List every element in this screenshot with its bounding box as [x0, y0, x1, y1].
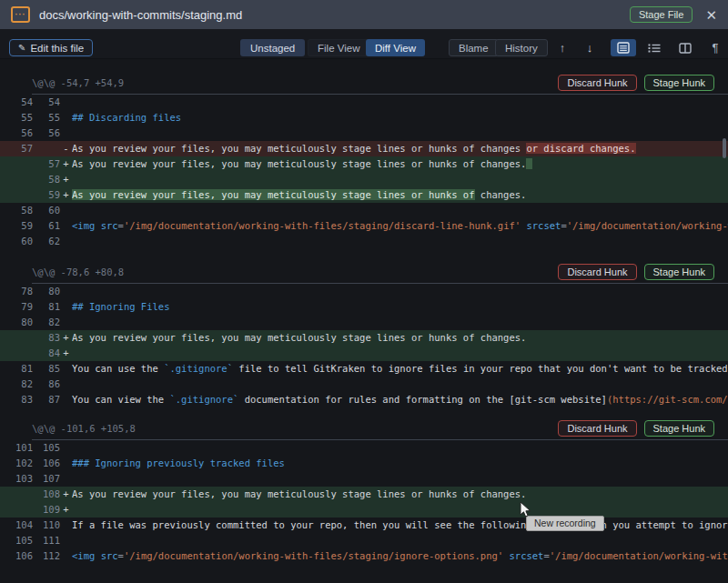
diff-row-context: 5656	[0, 126, 728, 141]
diff-row-context: 7880	[0, 284, 728, 299]
diff-marker	[60, 299, 72, 315]
diff-marker	[60, 203, 72, 218]
diff-hunk: \@\@ -78,6 +80,8Discard HunkStage Hunk78…	[0, 260, 728, 407]
previous-hunk-arrow-icon[interactable]: ↑	[551, 39, 573, 56]
edit-this-file-label: Edit this file	[30, 43, 84, 54]
diff-marker: +	[60, 330, 72, 346]
new-recording-tooltip: New recording	[526, 516, 604, 531]
hunk-range-label: \@\@ -54,7 +54,9	[32, 77, 124, 88]
new-line-number: 57	[33, 156, 60, 172]
old-line-number: 101	[0, 440, 33, 456]
list-view-icon[interactable]	[642, 39, 667, 56]
titlebar-actions: Stage File ✕	[630, 6, 717, 23]
code-line: ## Discarding files	[72, 110, 728, 126]
code-line	[72, 440, 728, 456]
diff-row-added[interactable]: 109+	[0, 502, 728, 518]
new-line-number: 85	[33, 361, 60, 377]
discard-hunk-button[interactable]: Discard Hunk	[558, 420, 636, 437]
new-line-number: 109	[33, 502, 60, 518]
old-line-number	[0, 172, 33, 187]
old-line-number: 83	[0, 392, 33, 407]
diff-marker	[60, 284, 72, 299]
code-line	[72, 172, 728, 187]
edit-this-file-button[interactable]: ✎ Edit this file	[9, 39, 93, 56]
code-line: ### Ignoring previously tracked files	[72, 456, 728, 471]
diff-marker	[60, 440, 72, 456]
code-line	[72, 346, 728, 361]
diff-row-context: 8082	[0, 315, 728, 330]
code-line: You can use the `.gitignore` file to tel…	[72, 361, 728, 377]
split-view-icon[interactable]	[672, 39, 698, 56]
code-line: You can view the `.gitignore` documentat…	[72, 392, 728, 407]
old-line-number: 55	[0, 110, 33, 126]
diff-row-added[interactable]: 83+As you review your files, you may met…	[0, 330, 728, 346]
diff-marker: +	[60, 346, 72, 361]
new-line-number: 108	[33, 487, 60, 502]
diff-row-added[interactable]: 108+As you review your files, you may me…	[0, 487, 728, 502]
new-line-number: 112	[33, 548, 60, 564]
tab-diff-view[interactable]: Diff View	[366, 39, 425, 56]
diff-hunk: \@\@ -101,6 +105,8Discard HunkStage Hunk…	[0, 417, 728, 564]
diff-row-context: 5555## Discarding files	[0, 110, 728, 126]
new-line-number: 107	[33, 471, 60, 487]
diff-row-deleted[interactable]: 57-As you review your files, you may met…	[0, 141, 728, 156]
diff-row-context: 105111	[0, 533, 728, 548]
old-line-number: 57	[0, 141, 33, 156]
hunk-actions: Discard HunkStage Hunk	[558, 264, 714, 280]
diff-marker	[60, 315, 72, 330]
code-line: As you review your files, you may meticu…	[72, 156, 728, 172]
diff-marker	[60, 377, 72, 392]
close-icon[interactable]: ✕	[705, 8, 717, 22]
new-line-number: 87	[33, 392, 60, 407]
code-line: <img src='/img/documentation/working-wit…	[72, 548, 728, 564]
old-line-number: 105	[0, 533, 33, 548]
diff-row-added[interactable]: 58+	[0, 172, 728, 187]
new-line-number: 110	[33, 518, 60, 533]
diff-hunk: \@\@ -54,7 +54,9Discard HunkStage Hunk54…	[0, 71, 728, 249]
diff-row-context: 5961<img src='/img/documentation/working…	[0, 218, 728, 234]
code-line: As you review your files, you may meticu…	[72, 141, 728, 156]
diff-marker: +	[60, 502, 72, 518]
diff-row-context: 8185You can use the `.gitignore` file to…	[0, 361, 728, 377]
new-line-number: 80	[33, 284, 60, 299]
next-hunk-arrow-icon[interactable]: ↓	[579, 39, 601, 56]
stage-hunk-button[interactable]: Stage Hunk	[644, 420, 714, 437]
scrollbar-thumb[interactable]	[723, 138, 726, 158]
code-line: ## Ignoring Files	[72, 299, 728, 315]
code-line	[72, 502, 728, 518]
old-line-number	[0, 502, 33, 518]
unstaged-badge[interactable]: Unstaged	[240, 39, 305, 56]
diff-row-added[interactable]: 84+	[0, 346, 728, 361]
stage-hunk-button[interactable]: Stage Hunk	[644, 75, 714, 91]
code-line	[72, 533, 728, 548]
file-path-title: docs/working-with-commits/staging.md	[39, 8, 242, 22]
old-line-number: 82	[0, 377, 33, 392]
tab-file-view[interactable]: File View	[308, 39, 369, 56]
history-button[interactable]: History	[495, 39, 548, 56]
old-line-number: 104	[0, 518, 33, 533]
old-line-number	[0, 187, 33, 203]
old-line-number: 54	[0, 95, 33, 110]
hunk-header-row: \@\@ -101,6 +105,8Discard HunkStage Hunk	[0, 417, 728, 440]
code-line	[72, 234, 728, 249]
diff-marker	[60, 110, 72, 126]
hunk-header-row: \@\@ -54,7 +54,9Discard HunkStage Hunk	[0, 71, 728, 95]
diff-row-added[interactable]: 59+As you review your files, you may met…	[0, 187, 728, 203]
new-line-number: 62	[33, 234, 60, 249]
diff-row-added[interactable]: 57+As you review your files, you may met…	[0, 156, 728, 172]
hunk-range-label: \@\@ -78,6 +80,8	[32, 266, 124, 277]
old-line-number: 78	[0, 284, 33, 299]
diff-marker: -	[60, 141, 72, 156]
discard-hunk-button[interactable]: Discard Hunk	[558, 75, 636, 91]
show-whitespace-icon[interactable]: ¶	[706, 39, 724, 56]
diff-marker: +	[60, 487, 72, 502]
stage-hunk-button[interactable]: Stage Hunk	[644, 264, 714, 280]
unified-diff-view-icon[interactable]	[611, 39, 636, 56]
code-line	[72, 126, 728, 141]
diff-content: \@\@ -54,7 +54,9Discard HunkStage Hunk54…	[0, 59, 728, 583]
diff-row-context: 103107	[0, 471, 728, 487]
discard-hunk-button[interactable]: Discard Hunk	[558, 264, 636, 280]
diff-marker	[60, 126, 72, 141]
blame-button[interactable]: Blame	[449, 39, 499, 56]
stage-file-button[interactable]: Stage File	[630, 6, 693, 23]
